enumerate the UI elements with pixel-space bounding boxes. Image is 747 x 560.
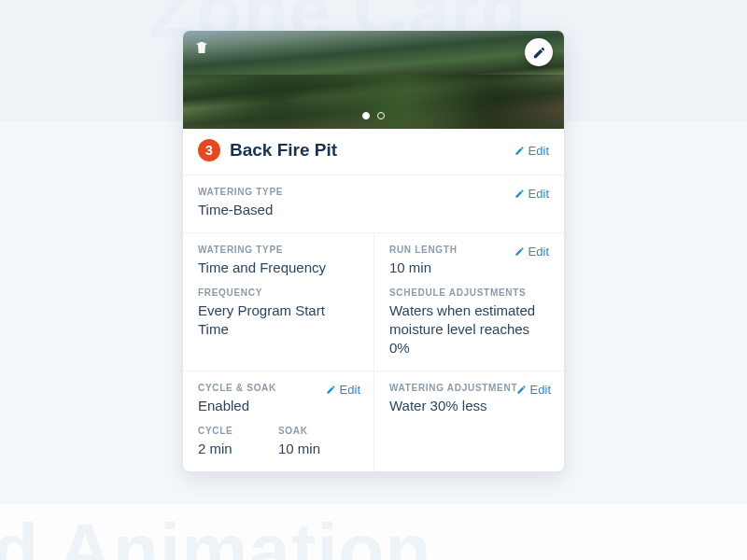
watering-type-section: Edit WATERING TYPE Time-Based [183, 175, 564, 233]
bottom-section: Edit CYCLE & SOAK Enabled CYCLE 2 min SO… [183, 371, 564, 471]
edit-cycle-soak-link[interactable]: Edit [326, 383, 360, 397]
zone-title-row: 3 Back Fire Pit Edit [183, 129, 564, 175]
watering-type-value: Time-Based [198, 201, 549, 219]
zone-title: Back Fire Pit [230, 140, 337, 161]
watering-adjustment-block: Edit WATERING ADJUSTMENT Water 30% less [374, 371, 564, 471]
edit-watering-type-link[interactable]: Edit [514, 187, 549, 201]
cycle-soak-value: Enabled [198, 397, 359, 415]
zone-number-badge: 3 [198, 139, 220, 161]
soak-label: SOAK [278, 426, 359, 436]
pager-dot-1[interactable] [362, 112, 370, 119]
sched-type-value: Time and Frequency [198, 259, 359, 277]
cycle-value: 2 min [198, 440, 278, 458]
hero-pager-dots[interactable] [183, 112, 564, 119]
frequency-value: Every Program Start Time [198, 301, 359, 340]
edit-schedule-link[interactable]: Edit [514, 245, 549, 259]
watering-type-label: WATERING TYPE [198, 187, 549, 197]
watermark-bottom: rd Animation [0, 508, 431, 560]
edit-adjustment-link[interactable]: Edit [516, 383, 551, 397]
edit-label: Edit [529, 144, 549, 158]
cycle-soak-block: Edit CYCLE & SOAK Enabled CYCLE 2 min SO… [183, 371, 374, 471]
soak-value: 10 min [278, 440, 359, 458]
cycle-label: CYCLE [198, 426, 278, 436]
zone-hero-image [183, 31, 564, 129]
delete-icon[interactable] [194, 40, 209, 59]
edit-title-link[interactable]: Edit [514, 144, 549, 158]
sched-type-label: WATERING TYPE [198, 245, 359, 255]
edit-hero-button[interactable] [525, 38, 553, 66]
zone-card: 3 Back Fire Pit Edit Edit WATERING TYPE … [182, 30, 565, 472]
schedule-adj-value: Waters when estimated moisture level rea… [389, 301, 549, 358]
adjustment-value: Water 30% less [389, 397, 549, 415]
frequency-label: FREQUENCY [198, 287, 359, 298]
run-length-value: 10 min [389, 259, 549, 277]
schedule-adj-label: SCHEDULE ADJUSTMENTS [389, 287, 549, 298]
pager-dot-2[interactable] [377, 112, 385, 119]
schedule-section: Edit WATERING TYPE Time and Frequency FR… [183, 233, 564, 371]
